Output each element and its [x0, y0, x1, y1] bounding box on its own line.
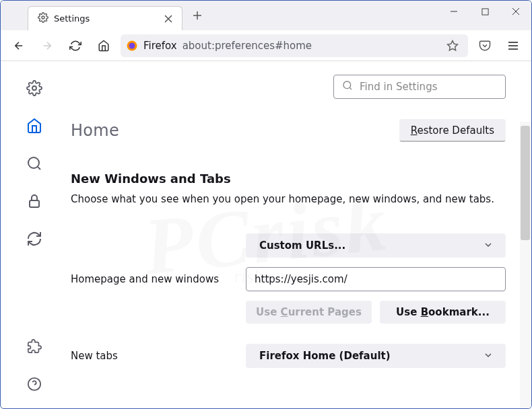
firefox-icon: [126, 40, 138, 52]
reload-button[interactable]: [64, 34, 87, 57]
tab-title: Settings: [54, 13, 90, 24]
select-value: Firefox Home (Default): [259, 350, 391, 362]
sidebar-item-extensions[interactable]: [24, 336, 45, 357]
newtabs-label: New tabs: [71, 350, 232, 362]
minimize-button[interactable]: [438, 1, 469, 22]
svg-line-12: [350, 87, 352, 89]
url-bar[interactable]: Firefox about:preferences#home: [121, 34, 468, 57]
back-button[interactable]: [7, 34, 30, 57]
svg-rect-1: [481, 8, 488, 14]
svg-marker-4: [448, 40, 458, 50]
sidebar-item-general[interactable]: [24, 77, 45, 99]
restore-defaults-button[interactable]: Restore Defaults: [399, 119, 506, 142]
forward-button[interactable]: [36, 34, 59, 57]
gear-icon: [38, 12, 48, 25]
restore-label: estore Defaults: [417, 124, 494, 137]
home-button[interactable]: [92, 34, 115, 57]
preferences-page: Find in Settings Home Restore Defaults N…: [1, 61, 531, 408]
use-bookmark-button[interactable]: Use Bookmark...: [380, 301, 506, 324]
close-window-button[interactable]: [500, 1, 531, 22]
sidebar-item-sync[interactable]: [24, 228, 45, 250]
content-area: Find in Settings Home Restore Defaults N…: [68, 61, 531, 408]
section-description: Choose what you see when you open your h…: [71, 192, 506, 207]
close-tab-button[interactable]: [162, 12, 175, 26]
sidebar-item-privacy[interactable]: [24, 190, 45, 212]
homepage-mode-select[interactable]: Custom URLs...: [246, 233, 506, 258]
homepage-label: Homepage and new windows: [71, 273, 232, 285]
search-icon: [342, 80, 353, 94]
url-text: about:preferences#home: [182, 40, 312, 52]
sidebar-item-search[interactable]: [24, 153, 45, 174]
svg-point-5: [32, 86, 36, 90]
sidebar-item-home[interactable]: [24, 115, 45, 137]
tab-strip: Settings: [1, 1, 208, 30]
find-in-settings-search[interactable]: Find in Settings: [333, 75, 506, 99]
svg-point-0: [42, 16, 44, 19]
url-prefix: Firefox: [143, 40, 177, 52]
svg-rect-8: [30, 200, 39, 207]
browser-tab-settings[interactable]: Settings: [28, 6, 182, 30]
app-menu-button[interactable]: [502, 34, 525, 57]
titlebar: Settings: [1, 1, 531, 30]
window-controls: [438, 1, 531, 22]
svg-point-3: [129, 42, 135, 48]
svg-line-7: [38, 167, 40, 170]
newtabs-mode-select[interactable]: Firefox Home (Default): [246, 344, 506, 368]
chevron-down-icon: [484, 350, 492, 362]
homepage-url-input[interactable]: [246, 267, 506, 291]
search-placeholder: Find in Settings: [360, 81, 437, 93]
select-value: Custom URLs...: [259, 239, 345, 252]
pocket-button[interactable]: [473, 34, 496, 57]
svg-point-11: [343, 81, 351, 89]
new-tab-button[interactable]: [187, 5, 208, 26]
nav-toolbar: Firefox about:preferences#home: [1, 30, 531, 61]
category-sidebar: [1, 61, 68, 408]
svg-point-6: [28, 157, 39, 168]
sidebar-item-help[interactable]: [24, 373, 45, 395]
section-heading: New Windows and Tabs: [71, 172, 506, 186]
chevron-down-icon: [484, 239, 492, 252]
maximize-button[interactable]: [469, 1, 500, 22]
page-title: Home: [71, 121, 119, 140]
use-current-pages-button[interactable]: Use Current Pages: [246, 301, 372, 324]
bookmark-star-button[interactable]: [442, 36, 463, 56]
